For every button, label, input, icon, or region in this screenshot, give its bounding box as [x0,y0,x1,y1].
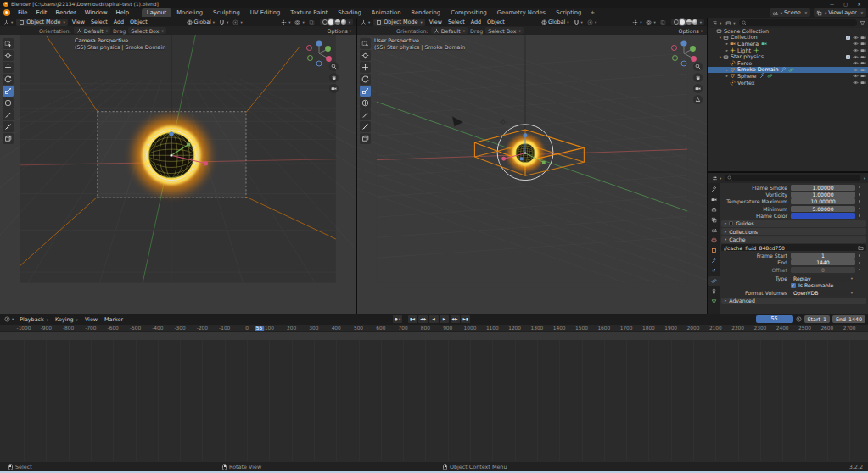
shading-material-button[interactable] [335,19,340,25]
workspace-tab-rendering[interactable]: Rendering [406,8,445,17]
display-mode-button[interactable]: ▾ [725,20,736,26]
tool-add-cube-button[interactable] [3,133,14,144]
viewport-canvas-right[interactable] [357,35,707,314]
snap-toggle[interactable]: ▾ [573,19,584,25]
disable-render-camera-icon[interactable] [860,67,866,73]
gizmo-x-handle[interactable] [501,157,506,161]
menu-window[interactable]: Window [81,9,112,16]
workspace-tab-sculpting[interactable]: Sculpting [208,8,245,17]
shading-material-button[interactable] [686,19,692,25]
tool-scale-button[interactable] [360,86,371,97]
tool-measure-button[interactable] [360,121,371,132]
workspace-tab-uv-editing[interactable]: UV Editing [245,8,285,17]
options-menu[interactable]: Options▾ [326,28,352,34]
outliner-row-camera[interactable]: ▸Camera [708,41,868,47]
outliner-row-collection[interactable]: ▾Collection✓ [708,35,868,42]
viewport-menu-view[interactable]: View [428,19,444,25]
disable-render-camera-icon[interactable] [860,73,866,79]
proportional-edit-toggle[interactable]: ▾ [586,19,597,25]
zoom-button[interactable] [329,62,339,71]
unlink-scene-button[interactable]: ✕ [804,10,808,15]
viewport-right[interactable]: ▾Object Mode▾ViewSelectAddObjectGlobal▾▾… [357,18,707,314]
outliner-row-force[interactable]: Force [708,60,868,67]
transform-orientation-select[interactable]: Global▾ [540,19,570,25]
workspace-tab-scripting[interactable]: Scripting [551,8,586,17]
gizmo-x-handle[interactable] [204,161,208,165]
outliner-search-input[interactable] [748,20,854,25]
properties-tab-particles[interactable] [708,266,720,275]
viewport-menu-add[interactable]: Add [469,19,483,25]
tool-cursor-button[interactable] [3,50,14,61]
transport-jump-to-start-button[interactable]: ▮◀ [408,315,417,323]
properties-tab-scene[interactable] [708,225,720,235]
playhead[interactable] [260,325,261,462]
shading-solid-button[interactable] [328,19,333,25]
tool-annotate-button[interactable] [3,109,14,120]
workspace-tab-animation[interactable]: Animation [367,8,406,17]
tool-transform-button[interactable] [3,97,14,109]
keying-menu[interactable]: Keying ▾ [53,316,80,323]
viewport-menu-object[interactable]: Object [128,19,149,25]
menu-help[interactable]: Help [112,9,134,16]
gizmo-z-handle[interactable] [524,133,528,137]
orientation-select[interactable]: Default▾ [74,27,110,34]
gizmos-toggle[interactable]: ▾ [280,19,291,25]
tool-select-box-button[interactable] [3,38,14,49]
section-advanced[interactable]: ▸ Advanced [721,298,866,304]
guides-checkbox[interactable] [729,221,733,225]
menu-file[interactable]: File [14,9,31,16]
editor-type-button[interactable]: ▾ [711,20,722,26]
timeline-tracks[interactable] [0,332,868,461]
workspace-tab-modeling[interactable]: Modeling [171,8,208,17]
tool-select-box-button[interactable] [360,38,371,49]
properties-tab-render[interactable] [708,195,720,204]
properties-tab-tool[interactable] [708,185,720,194]
options-menu[interactable]: Options▾ [677,28,703,34]
exclude-checkbox[interactable]: ✓ [846,36,850,40]
transport-play-button[interactable]: ▶ [440,315,449,323]
zoom-button[interactable] [693,62,703,71]
properties-tab-world[interactable] [708,236,720,245]
mode-select[interactable]: Object Mode▾ [16,19,68,26]
properties-tab-constraints[interactable] [708,287,720,296]
overlays-toggle[interactable]: ▾ [294,19,305,25]
animate-dot-icon[interactable] [859,193,861,196]
shading-rendered-button[interactable] [341,19,346,25]
playback-menu[interactable]: Playback ▾ [18,316,50,323]
mode-select[interactable]: Object Mode▾ [373,19,425,26]
properties-search[interactable] [725,175,860,181]
workspace-tab-shading[interactable]: Shading [333,8,367,17]
xray-toggle[interactable] [308,19,316,25]
section-collections[interactable]: ▸ Collections [721,228,866,235]
properties-filter-dropdown[interactable]: ▾ [864,176,865,181]
disable-render-camera-icon[interactable] [860,80,866,86]
workspace-tab-compositing[interactable]: Compositing [445,8,492,17]
viewport-canvas-left[interactable] [0,35,356,314]
workspace-tab-geometry-nodes[interactable]: Geometry Nodes [492,8,551,17]
format-volumes-dropdown[interactable]: OpenVDB▾ [791,290,855,296]
close-button[interactable]: ✕ [854,2,865,7]
properties-search-input[interactable] [734,175,857,181]
animate-dot-icon[interactable] [859,186,861,189]
workspace-tab-texture-paint[interactable]: Texture Paint [285,8,333,17]
transport-next-keyframe-button[interactable]: ◆▶ [451,315,460,323]
properties-tab-output[interactable] [708,205,720,214]
drag-select[interactable]: Select Box▾ [128,27,165,34]
temperature-maximum-field[interactable]: 10.00000 [791,198,855,204]
editor-type-button[interactable]: ▾ [3,19,14,25]
maximize-button[interactable]: ▢ [840,2,851,7]
animate-dot-icon[interactable] [859,214,861,217]
editor-type-button[interactable]: ▾ [360,19,371,25]
hide-viewport-eye-icon[interactable] [853,54,859,60]
overlays-toggle[interactable]: ▾ [645,19,656,25]
tool-transform-button[interactable] [360,97,371,109]
unlink-view-layer-button[interactable]: ✕ [860,10,864,15]
frame-start-field[interactable]: Start1 [804,315,830,323]
properties-tab-object[interactable] [708,246,720,255]
shading-dropdown[interactable]: ▾ [349,20,350,25]
outliner-row-star-physics[interactable]: ▾Star physics✓ [708,53,868,60]
folder-icon[interactable] [858,245,864,251]
shading-rendered-button[interactable] [692,19,697,25]
marker-menu[interactable]: Marker [103,316,125,323]
hide-viewport-eye-icon[interactable] [853,80,859,86]
